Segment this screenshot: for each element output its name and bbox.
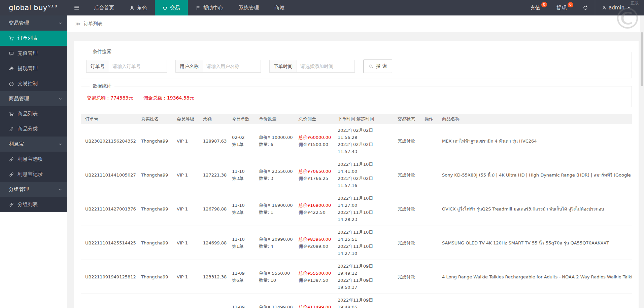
recharge-label: 充值 <box>530 5 540 11</box>
sidebar-item[interactable]: 分组管理 <box>0 182 67 197</box>
column-header: 订单号 <box>81 114 137 124</box>
user-menu[interactable]: admin <box>597 0 636 15</box>
scrollbar-thumb[interactable] <box>641 32 643 86</box>
vip-level-cell: VIP 1 <box>172 158 199 192</box>
user-icon <box>602 5 607 10</box>
sidebar-item[interactable]: 商品分类 <box>0 121 67 137</box>
balance-cell: 128987.63 <box>199 124 228 158</box>
cart-icon <box>9 111 14 117</box>
vip-level-cell: VIP 1 <box>172 192 199 226</box>
scales-icon <box>163 5 168 10</box>
sidebar-item[interactable]: 订单列表 <box>0 31 67 46</box>
withdraw-button[interactable]: 提现 0 <box>552 0 578 15</box>
action-cell <box>420 192 438 226</box>
withdraw-label: 提现 <box>556 5 567 11</box>
search-fields: 订单号 用户名称 下单时间 <box>86 60 363 73</box>
field-label: 订单号 <box>86 60 109 73</box>
unit-qty-cell: 单价¥ 10000.00数量: 6 <box>255 124 294 158</box>
stats-legend: 数据统计 <box>90 83 114 89</box>
nav-item[interactable]: 商城 <box>267 0 292 15</box>
sidebar-item[interactable]: 利息宝选项 <box>0 152 67 167</box>
time-cell: 2022年11月09日 19:49:122022年11月09日 19:50:37 <box>333 260 393 294</box>
sidebar-item[interactable]: 商品列表 <box>0 106 67 121</box>
table-row: UB2211101441005027 Thongcha99 VIP 1 1272… <box>81 158 632 192</box>
sidebar-item[interactable]: 提现管理 <box>0 61 67 76</box>
total-commission-cell: 总价¥60000.00佣金¥1500.00 <box>294 124 333 158</box>
sidebar-item[interactable]: 交易管理 <box>0 15 67 31</box>
link-icon <box>9 126 14 132</box>
real-name-cell: Thongcha99 <box>137 226 172 260</box>
user-icon <box>130 5 135 10</box>
table-row: UB2211091949125812 Thongcha99 VIP 1 1233… <box>81 260 632 294</box>
balance-cell: 123024.90 <box>199 294 228 308</box>
search-field-group: 订单号 <box>86 60 167 73</box>
real-name-cell: Thongcha99 <box>137 158 172 192</box>
top-header: global buyV3.0 后台首页 角色 交易 帮助中心 系统管理 商城 <box>0 0 644 15</box>
balance-cell: 126798.88 <box>199 192 228 226</box>
nav-item[interactable]: 交易 <box>155 0 188 15</box>
unit-qty-cell: 单价¥ 16900.00数量: 1 <box>255 192 294 226</box>
search-input[interactable] <box>109 60 167 73</box>
nav-item[interactable]: 后台首页 <box>86 0 122 15</box>
nav-item[interactable]: 帮助中心 <box>188 0 231 15</box>
recharge-button[interactable]: 充值 0 <box>526 0 552 15</box>
sidebar: 交易管理 订单列表 充值管理 提现管理 交易控制 商品管理 商品列表 <box>0 15 67 308</box>
time-cell: 2022年11月10日 14:25:512022年11月10日 14:27:10 <box>333 226 393 260</box>
breadcrumb-icon: ≫ <box>75 21 81 27</box>
status-cell: 完成付款 <box>393 192 420 226</box>
sidebar-item[interactable]: 利息宝记录 <box>0 167 67 182</box>
total-commission-cell: 总价¥70650.00佣金¥1766.25 <box>294 158 333 192</box>
content-card: 条件搜索 订单号 用户名称 下单时间 <box>74 41 639 308</box>
column-header: 交易状态 <box>393 114 420 124</box>
sidebar-item[interactable]: 商品管理 <box>0 91 67 106</box>
today-orders-cell: 02-02第1单 <box>228 124 255 158</box>
search-button-label: 搜 索 <box>376 63 387 69</box>
search-button[interactable]: 搜 索 <box>363 60 392 73</box>
real-name-cell: Thongcha99 <box>137 294 172 308</box>
app-version: V3.0 <box>48 4 57 8</box>
column-header: 商品名称 <box>438 114 632 124</box>
order-no-cell: UB2211091948051391 <box>81 294 137 308</box>
gauge-icon <box>9 81 14 86</box>
column-header: 操作 <box>420 114 438 124</box>
search-field-group: 用户名称 <box>175 60 261 73</box>
vertical-scrollbar[interactable] <box>640 15 644 308</box>
chevron-down-icon <box>58 97 62 101</box>
link-icon <box>9 157 14 162</box>
nav-item[interactable]: 系统管理 <box>231 0 267 15</box>
sidebar-item[interactable]: 充值管理 <box>0 46 67 61</box>
page-title: 订单列表 <box>84 21 103 27</box>
time-cell: 2023年02月02日 11:56:282023年02月02日 11:57:43 <box>333 124 393 158</box>
hamburger-icon <box>74 5 80 11</box>
sidebar-item[interactable]: 利息宝 <box>0 137 67 152</box>
chevron-down-icon <box>58 188 62 192</box>
sidebar-item[interactable]: 交易控制 <box>0 76 67 91</box>
search-input[interactable] <box>297 60 355 73</box>
table-header-row: 订单号真实姓名会员等级余额今日单数单价数量总价佣金下单时间 解冻时间交易状态操作… <box>81 114 632 124</box>
refresh-button[interactable] <box>578 0 593 15</box>
sidebar-toggle-button[interactable] <box>67 0 86 15</box>
search-icon <box>369 64 374 69</box>
product-name-cell: MEX เตาไฟฟ้าฐานเซรามิก 4 หัวเตา รุ่น HVC… <box>438 124 632 158</box>
chevron-up-icon <box>626 5 631 10</box>
today-orders-cell: 11-10第3单 <box>228 158 255 192</box>
total-commission-cell: 总价¥55500.00佣金¥1387.50 <box>294 260 333 294</box>
status-cell: 完成付款 <box>393 124 420 158</box>
order-no-cell: UB2211101441005027 <box>81 158 137 192</box>
main-nav: 后台首页 角色 交易 帮助中心 系统管理 商城 <box>86 0 292 15</box>
real-name-cell: Thongcha99 <box>137 192 172 226</box>
commission-amount: 佣金总额：19364.58元 <box>143 95 194 101</box>
link-icon <box>9 202 14 207</box>
withdraw-badge: 0 <box>568 2 573 7</box>
column-header: 会员等级 <box>172 114 199 124</box>
search-input[interactable] <box>203 60 261 73</box>
header-right: 充值 0 提现 0 admin 正版 <box>526 0 644 15</box>
time-cell: 2022年11月10日 14:27:002022年11月10日 14:28:23 <box>333 192 393 226</box>
nav-item[interactable]: 角色 <box>122 0 155 15</box>
product-name-cell: 4 Long Range Walkie Talkies Rechargeable… <box>438 260 632 294</box>
unit-qty-cell: 单价¥ 20990.00数量: 4 <box>255 226 294 260</box>
today-orders-cell: 11-10第2单 <box>228 192 255 226</box>
today-orders-cell: 11-09第5单 <box>228 294 255 308</box>
sidebar-item[interactable]: 分组列表 <box>0 197 67 212</box>
order-no-cell: UB2302021156284352 <box>81 124 137 158</box>
